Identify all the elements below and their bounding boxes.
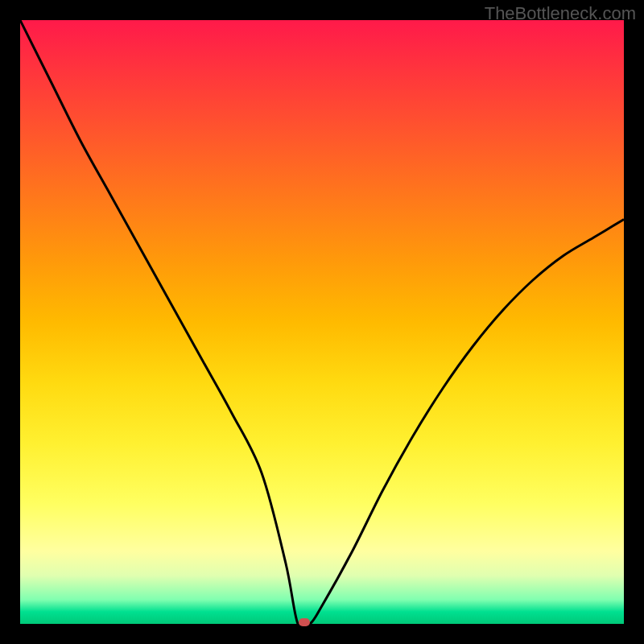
optimal-marker [299, 618, 310, 626]
bottleneck-curve [20, 20, 624, 624]
watermark-text: TheBottleneck.com [485, 3, 636, 24]
chart-container: TheBottleneck.com [0, 0, 644, 644]
curve-svg [20, 20, 624, 624]
plot-area [20, 20, 624, 624]
